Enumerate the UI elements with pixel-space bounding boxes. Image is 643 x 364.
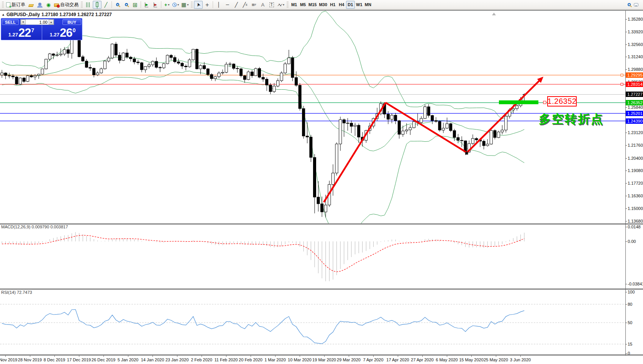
candle-body xyxy=(85,61,88,67)
macd-tick: -0.038415 xyxy=(626,282,643,287)
candle-body xyxy=(277,81,279,86)
period-button-m1[interactable]: M1 xyxy=(290,1,299,9)
arrows-tool-button[interactable]: ↗↙ ▾ xyxy=(276,1,285,9)
candle-body xyxy=(258,69,261,77)
macd-indicator-panel[interactable] xyxy=(0,225,625,289)
candle-body xyxy=(284,64,287,73)
chart-shift-button[interactable]: ▶ xyxy=(151,1,160,9)
period-button-m15[interactable]: M15 xyxy=(307,1,318,9)
date-label: 7 Apr 2020 xyxy=(363,357,383,362)
period-button-m30[interactable]: M30 xyxy=(318,1,328,9)
price-tick: 1.20400 xyxy=(626,156,643,161)
cursor-tool-button[interactable]: ➤ xyxy=(194,1,203,9)
trendline-tool-button[interactable]: ╱ xyxy=(232,1,241,9)
date-label: 28 Nov 2019 xyxy=(18,357,42,362)
candle-body xyxy=(332,173,335,185)
candle-body xyxy=(166,55,169,64)
bar-chart-mode-button[interactable] xyxy=(84,1,93,9)
rsi-tick: 100 xyxy=(626,290,643,295)
period-buttons: M1M5M15M30H1H4D1W1MN xyxy=(290,1,372,9)
trend-vertex-handle[interactable] xyxy=(465,152,468,154)
candle-body xyxy=(394,115,397,121)
date-tick xyxy=(153,356,153,357)
buy-price-big: 26 xyxy=(60,27,72,39)
volume-decrease-button[interactable]: ▼ xyxy=(21,20,26,25)
price-marker-label: 1.24390 xyxy=(626,118,643,124)
crosshair-tool-button[interactable]: + xyxy=(203,1,212,9)
buy-price-button[interactable]: 1.27 26 0 xyxy=(43,25,83,40)
text-label-tool-button[interactable]: T xyxy=(267,1,276,9)
trend-arrow-line[interactable] xyxy=(467,79,541,153)
signals-icon: ◉ xyxy=(46,2,51,7)
period-button-mn[interactable]: MN xyxy=(364,1,372,9)
candle-body xyxy=(15,77,18,84)
candle-body xyxy=(343,120,345,123)
date-label: 3 Jun 2020 xyxy=(510,357,531,362)
line-handle[interactable] xyxy=(621,74,623,76)
price-tick: 1.17720 xyxy=(626,181,643,186)
vertical-line-tool-button[interactable]: │ xyxy=(214,1,223,9)
candlestick-mode-button[interactable] xyxy=(93,1,102,9)
auto-trading-button[interactable]: 自动交易 xyxy=(53,1,80,9)
period-button-h1[interactable]: H1 xyxy=(328,1,337,9)
date-tick xyxy=(324,356,325,357)
toolbar-grip[interactable] xyxy=(287,2,289,8)
candle-body xyxy=(317,197,320,204)
fibonacci-tool-button[interactable]: ≡F xyxy=(249,1,258,9)
line-chart-mode-button[interactable]: ╱ xyxy=(102,1,110,9)
buy-button[interactable]: BUY xyxy=(62,19,81,25)
candle-body xyxy=(133,59,136,62)
indicators-button[interactable]: + ▾ xyxy=(162,1,171,9)
support-zone-bar[interactable] xyxy=(499,100,538,104)
price-marker-label: 1.29295 xyxy=(626,72,643,78)
sell-price-sup: 7 xyxy=(31,27,34,33)
toolbar-grip[interactable] xyxy=(2,2,4,8)
rsi-tick: 15 xyxy=(626,342,643,347)
line-handle[interactable] xyxy=(621,83,623,85)
period-button-d1[interactable]: D1 xyxy=(346,1,355,9)
zoom-out-button[interactable]: − xyxy=(122,1,131,9)
period-button-h4[interactable]: H4 xyxy=(337,1,346,9)
candle-body xyxy=(280,73,283,80)
buy-price-sup: 0 xyxy=(73,27,76,33)
date-label: 15 May 2020 xyxy=(459,357,484,362)
toolbar-grip[interactable] xyxy=(191,2,193,8)
channel-tool-button[interactable]: ╱E xyxy=(241,1,249,9)
templates-button[interactable]: ▦ ▾ xyxy=(180,1,190,9)
candle-body xyxy=(453,131,456,138)
candle-body xyxy=(140,63,143,70)
chat-icon[interactable] xyxy=(634,3,638,7)
line-handle[interactable] xyxy=(543,101,546,104)
date-label: 8 Dec 2019 xyxy=(44,357,65,362)
sell-button[interactable]: SELL xyxy=(2,19,19,25)
zoom-in-button[interactable]: + xyxy=(113,1,122,9)
main-price-chart[interactable] xyxy=(0,11,625,223)
candle-body xyxy=(497,132,500,138)
text-tool-button[interactable]: A xyxy=(258,1,267,9)
timeframes-button[interactable]: ▾ xyxy=(171,1,180,9)
candle-body xyxy=(291,58,294,78)
community-button[interactable] xyxy=(35,1,44,9)
one-click-trading-panel: SELL ▼ 1.00 ▲ BUY 1.27 22 7 1.27 26 0 xyxy=(1,18,82,40)
auto-scroll-button[interactable]: ▶ xyxy=(142,1,151,9)
candle-body xyxy=(254,69,257,76)
new-order-label: 新订单 xyxy=(11,2,25,8)
tile-windows-button[interactable]: ⊞ xyxy=(131,1,139,9)
search-icon[interactable] xyxy=(628,3,631,6)
annotation-note[interactable]: 多空转折点 xyxy=(539,111,604,127)
volume-value: 1.00 xyxy=(26,20,49,25)
horizontal-line-tool-button[interactable]: ─ xyxy=(223,1,232,9)
rsi-indicator-panel[interactable] xyxy=(0,290,625,354)
market-watch-button[interactable] xyxy=(26,1,35,9)
level-price-box[interactable]: 1.26352 xyxy=(547,96,577,107)
volume-increase-button[interactable]: ▲ xyxy=(49,20,54,25)
sell-price-button[interactable]: 1.27 22 7 xyxy=(1,25,41,40)
candle-body xyxy=(405,130,408,131)
new-order-button[interactable]: 新订单 xyxy=(5,1,26,9)
signals-button[interactable]: ◉ xyxy=(44,1,53,9)
period-button-w1[interactable]: W1 xyxy=(355,1,364,9)
toolbar-grip[interactable] xyxy=(81,2,83,8)
trend-arrow-line[interactable] xyxy=(324,103,385,202)
auto-scroll-icon: ▶ xyxy=(145,2,149,7)
period-button-m5[interactable]: M5 xyxy=(299,1,307,9)
